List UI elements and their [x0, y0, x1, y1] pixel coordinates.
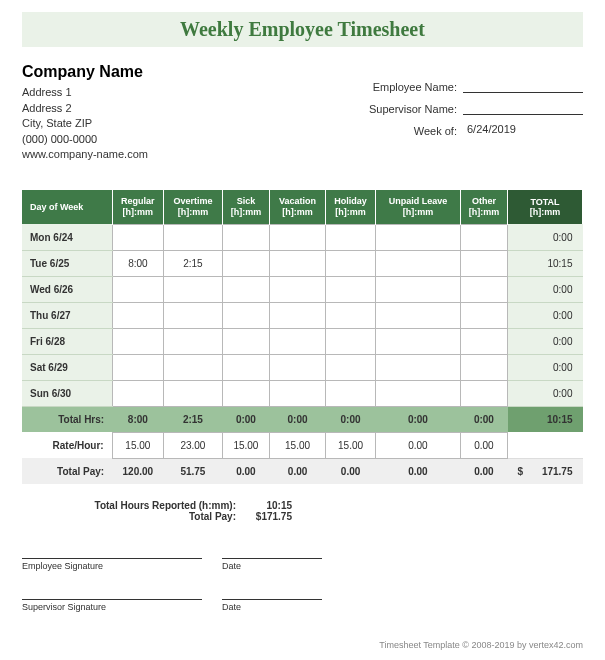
time-cell[interactable] — [164, 380, 223, 406]
time-cell[interactable] — [326, 302, 376, 328]
time-cell[interactable] — [270, 250, 326, 276]
row-total: 0:00 — [508, 380, 583, 406]
time-cell[interactable] — [222, 250, 269, 276]
col-overtime: Overtime[h]:mm — [164, 190, 223, 224]
company-website: www.company-name.com — [22, 147, 148, 162]
time-cell[interactable] — [222, 354, 269, 380]
time-cell[interactable] — [112, 328, 163, 354]
time-cell[interactable] — [112, 276, 163, 302]
time-cell[interactable] — [164, 276, 223, 302]
day-label: Thu 6/27 — [22, 302, 112, 328]
time-cell[interactable] — [376, 250, 461, 276]
time-cell[interactable] — [376, 328, 461, 354]
col-regular: Regular[h]:mm — [112, 190, 163, 224]
company-address1: Address 1 — [22, 85, 148, 100]
time-cell[interactable] — [164, 302, 223, 328]
table-row: Tue 6/258:002:1510:15 — [22, 250, 583, 276]
time-cell[interactable] — [376, 224, 461, 250]
time-cell[interactable] — [460, 380, 507, 406]
day-label: Wed 6/26 — [22, 276, 112, 302]
time-cell[interactable] — [376, 302, 461, 328]
summary-hours-value: 10:15 — [242, 500, 292, 511]
time-cell[interactable] — [222, 302, 269, 328]
time-cell[interactable] — [326, 276, 376, 302]
supervisor-date-field[interactable]: Date — [222, 599, 322, 612]
supervisor-signature-field[interactable]: Supervisor Signature — [22, 599, 202, 612]
pay-row: Total Pay: 120.0051.750.00 0.000.000.00 … — [22, 458, 583, 484]
time-cell[interactable] — [460, 302, 507, 328]
time-cell[interactable] — [222, 276, 269, 302]
time-cell[interactable] — [222, 380, 269, 406]
time-cell[interactable] — [460, 224, 507, 250]
time-cell[interactable] — [460, 250, 507, 276]
time-cell[interactable]: 2:15 — [164, 250, 223, 276]
time-cell[interactable] — [326, 250, 376, 276]
time-cell[interactable]: 8:00 — [112, 250, 163, 276]
total-hours-row: Total Hrs: 8:002:150:00 0:000:000:00 0:0… — [22, 406, 583, 432]
time-cell[interactable] — [460, 328, 507, 354]
time-cell[interactable] — [164, 354, 223, 380]
time-cell[interactable] — [270, 380, 326, 406]
time-cell[interactable] — [222, 224, 269, 250]
row-total: 0:00 — [508, 354, 583, 380]
time-cell[interactable] — [376, 354, 461, 380]
time-cell[interactable] — [270, 224, 326, 250]
time-cell[interactable] — [326, 328, 376, 354]
employee-name-label: Employee Name: — [373, 81, 457, 93]
time-cell[interactable] — [326, 354, 376, 380]
time-cell[interactable] — [112, 302, 163, 328]
time-cell[interactable] — [376, 380, 461, 406]
summary-block: Total Hours Reported (h:mm): 10:15 Total… — [82, 500, 583, 522]
col-holiday: Holiday[h]:mm — [326, 190, 376, 224]
row-total: 0:00 — [508, 276, 583, 302]
summary-hours-label: Total Hours Reported (h:mm): — [82, 500, 242, 511]
table-row: Thu 6/270:00 — [22, 302, 583, 328]
day-label: Sun 6/30 — [22, 380, 112, 406]
timesheet-table: Day of Week Regular[h]:mm Overtime[h]:mm… — [22, 190, 583, 484]
summary-pay-value: $171.75 — [242, 511, 292, 522]
supervisor-name-label: Supervisor Name: — [369, 103, 457, 115]
day-label: Mon 6/24 — [22, 224, 112, 250]
supervisor-name-field[interactable] — [463, 101, 583, 115]
week-of-value: 6/24/2019 — [463, 123, 583, 137]
time-cell[interactable] — [164, 224, 223, 250]
time-cell[interactable] — [326, 224, 376, 250]
company-address2: Address 2 — [22, 101, 148, 116]
time-cell[interactable] — [270, 328, 326, 354]
table-row: Fri 6/280:00 — [22, 328, 583, 354]
employee-name-field[interactable] — [463, 79, 583, 93]
week-of-label: Week of: — [414, 125, 457, 137]
day-label: Fri 6/28 — [22, 328, 112, 354]
time-cell[interactable] — [460, 354, 507, 380]
page-title: Weekly Employee Timesheet — [22, 18, 583, 41]
employee-signature-field[interactable]: Employee Signature — [22, 558, 202, 571]
col-vacation: Vacation[h]:mm — [270, 190, 326, 224]
time-cell[interactable] — [270, 302, 326, 328]
time-cell[interactable] — [112, 380, 163, 406]
table-row: Mon 6/240:00 — [22, 224, 583, 250]
col-other: Other[h]:mm — [460, 190, 507, 224]
time-cell[interactable] — [112, 224, 163, 250]
time-cell[interactable] — [326, 380, 376, 406]
time-cell[interactable] — [376, 276, 461, 302]
table-row: Wed 6/260:00 — [22, 276, 583, 302]
company-name: Company Name — [22, 61, 148, 83]
time-cell[interactable] — [270, 276, 326, 302]
day-label: Tue 6/25 — [22, 250, 112, 276]
meta-block: Employee Name: Supervisor Name: Week of:… — [369, 79, 583, 162]
col-unpaid: Unpaid Leave[h]:mm — [376, 190, 461, 224]
row-total: 0:00 — [508, 302, 583, 328]
col-sick: Sick[h]:mm — [222, 190, 269, 224]
time-cell[interactable] — [460, 276, 507, 302]
table-row: Sun 6/300:00 — [22, 380, 583, 406]
employee-date-field[interactable]: Date — [222, 558, 322, 571]
time-cell[interactable] — [112, 354, 163, 380]
title-bar: Weekly Employee Timesheet — [22, 12, 583, 47]
day-label: Sat 6/29 — [22, 354, 112, 380]
time-cell[interactable] — [222, 328, 269, 354]
time-cell[interactable] — [270, 354, 326, 380]
col-total: TOTAL[h]:mm — [508, 190, 583, 224]
time-cell[interactable] — [164, 328, 223, 354]
company-phone: (000) 000-0000 — [22, 132, 148, 147]
company-city: City, State ZIP — [22, 116, 148, 131]
